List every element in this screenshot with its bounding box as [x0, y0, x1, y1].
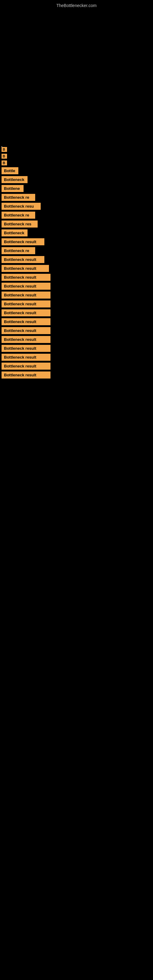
- result-item[interactable]: Bottleneck result: [2, 354, 51, 361]
- result-item[interactable]: Bottleneck result: [2, 327, 51, 334]
- result-item[interactable]: Bottleneck res: [2, 221, 38, 228]
- result-item[interactable]: B: [2, 154, 7, 159]
- result-item[interactable]: Bottlene: [2, 185, 24, 192]
- result-item[interactable]: Bottleneck re: [2, 194, 35, 201]
- result-item[interactable]: Bottleneck re: [2, 247, 35, 254]
- result-item[interactable]: Bottleneck re: [2, 212, 35, 219]
- result-item[interactable]: Bottleneck result: [2, 283, 51, 290]
- result-item[interactable]: Bottleneck result: [2, 345, 51, 352]
- result-item[interactable]: Bottleneck result: [2, 256, 45, 263]
- result-item[interactable]: Bottleneck result: [2, 265, 49, 272]
- results-list: BBBBottleBottleneckBottleneBottleneck re…: [0, 147, 153, 380]
- result-item[interactable]: Bottleneck result: [2, 363, 51, 370]
- result-item[interactable]: Bottleneck: [2, 229, 27, 236]
- result-item[interactable]: Bottleneck result: [2, 274, 51, 281]
- result-item[interactable]: Bottleneck result: [2, 371, 51, 379]
- result-item[interactable]: Bottleneck result: [2, 238, 45, 245]
- site-title: TheBottlenecker.com: [0, 0, 153, 10]
- result-item[interactable]: Bottleneck result: [2, 301, 51, 307]
- result-item[interactable]: Bottleneck: [2, 176, 27, 183]
- result-item[interactable]: B: [2, 147, 7, 152]
- result-item[interactable]: Bottleneck result: [2, 318, 51, 325]
- result-item[interactable]: Bottleneck resu: [2, 203, 41, 210]
- site-title-text: TheBottlenecker.com: [56, 3, 97, 8]
- result-item[interactable]: B: [2, 161, 7, 165]
- result-item[interactable]: Bottleneck result: [2, 336, 51, 343]
- result-item[interactable]: Bottle: [2, 167, 18, 174]
- result-item[interactable]: Bottleneck result: [2, 291, 51, 299]
- result-item[interactable]: Bottleneck result: [2, 309, 51, 317]
